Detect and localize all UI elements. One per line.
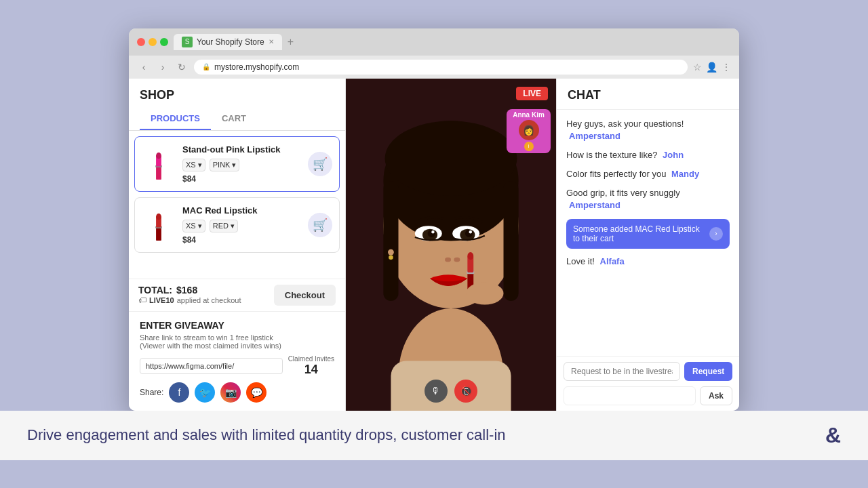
- product-options-2: XS ▾ RED ▾: [182, 220, 301, 232]
- svg-rect-13: [383, 180, 398, 300]
- svg-rect-14: [504, 180, 519, 300]
- products-list: Stand-out Pink Lipstick XS ▾ PINK ▾ $84 …: [129, 131, 345, 279]
- svg-point-32: [466, 282, 503, 304]
- claimed-number: 14: [304, 363, 318, 376]
- share-label: Share:: [140, 388, 163, 397]
- notification-arrow-icon: ›: [709, 227, 723, 241]
- giveaway-link-input[interactable]: [140, 358, 283, 374]
- color-select-1[interactable]: PINK ▾: [210, 159, 240, 171]
- add-to-cart-button-2[interactable]: 🛒: [308, 213, 332, 237]
- twitter-share-button[interactable]: 🐦: [195, 382, 215, 403]
- product-name-2: MAC Red Lipstick: [182, 205, 301, 216]
- forward-button[interactable]: ›: [156, 62, 170, 73]
- svg-point-31: [467, 252, 473, 260]
- back-button[interactable]: ‹: [137, 62, 151, 73]
- shop-tabs: PRODUCTS CART: [129, 108, 345, 131]
- total-left: TOTAL: $168 🏷 LIVE10 applied at checkout: [138, 285, 241, 305]
- host-card: Anna Kim 👩 i: [507, 109, 551, 153]
- share-row: Share: f 🐦 📷 💬: [140, 382, 334, 403]
- product-info-1: Stand-out Pink Lipstick XS ▾ PINK ▾ $84: [182, 144, 301, 184]
- svg-rect-0: [156, 166, 161, 180]
- notification-text: Someone added MAC Red Lipstick to their …: [573, 224, 705, 243]
- size-select-1[interactable]: XS ▾: [182, 159, 205, 171]
- shop-total-section: TOTAL: $168 🏷 LIVE10 applied at checkout…: [129, 279, 345, 311]
- bottom-bar: Drive engagement and sales with limited …: [0, 411, 868, 460]
- svg-point-15: [385, 121, 517, 196]
- host-indicator-icon: i: [524, 142, 534, 151]
- chat-message-3: Color fits perfectly for you Mandy: [566, 168, 730, 180]
- browser-actions: ☆ 👤 ⋮: [693, 62, 731, 73]
- profile-icon[interactable]: 👤: [706, 62, 717, 73]
- tab-products[interactable]: PRODUCTS: [140, 108, 211, 130]
- svg-point-7: [156, 214, 161, 220]
- address-bar-row: ‹ › ↻ 🔒 mystore.myshopify.com ☆ 👤 ⋮: [129, 56, 739, 79]
- svg-point-3: [156, 152, 161, 159]
- menu-icon[interactable]: ⋮: [722, 62, 731, 73]
- lock-icon: 🔒: [202, 63, 210, 70]
- tab-cart[interactable]: CART: [211, 108, 257, 130]
- size-select-2[interactable]: XS ▾: [182, 220, 205, 232]
- giveaway-link-row: Claimed Invites 14: [140, 355, 334, 377]
- new-tab-button[interactable]: +: [288, 36, 294, 48]
- svg-point-23: [465, 229, 473, 237]
- favicon-icon: S: [182, 37, 193, 47]
- bookmark-icon[interactable]: ☆: [693, 62, 702, 73]
- product-info-2: MAC Red Lipstick XS ▾ RED ▾ $84: [182, 205, 301, 245]
- chat-panel: CHAT Hey guys, ask your questions! Amper…: [556, 79, 739, 411]
- request-row: Request: [564, 362, 732, 381]
- tab-title: Your Shopify Store: [197, 37, 264, 47]
- svg-point-26: [445, 257, 451, 262]
- product-card-1: Stand-out Pink Lipstick XS ▾ PINK ▾ $84 …: [134, 136, 340, 192]
- add-to-cart-button-1[interactable]: 🛒: [308, 152, 332, 176]
- chat-messages: Hey guys, ask your questions! Amperstand…: [557, 110, 739, 356]
- color-select-2[interactable]: RED ▾: [210, 220, 238, 232]
- cart-notification: Someone added MAC Red Lipstick to their …: [566, 219, 730, 249]
- product-card-2: MAC Red Lipstick XS ▾ RED ▾ $84 🛒: [134, 197, 340, 253]
- ask-button[interactable]: Ask: [700, 386, 732, 405]
- address-bar[interactable]: 🔒 mystore.myshopify.com: [194, 60, 688, 75]
- host-name: Anna Kim: [513, 111, 545, 119]
- claimed-box: Claimed Invites 14: [288, 355, 334, 377]
- giveaway-section: ENTER GIVEAWAY Share link to stream to w…: [129, 311, 345, 411]
- instagram-share-button[interactable]: 📷: [220, 382, 241, 403]
- active-tab[interactable]: S Your Shopify Store ✕: [174, 34, 282, 50]
- product-options-1: XS ▾ PINK ▾: [182, 159, 301, 171]
- live-badge: LIVE: [516, 87, 548, 100]
- minimize-button[interactable]: [149, 38, 157, 46]
- shop-title: SHOP: [129, 79, 345, 102]
- video-controls: 🎙 📵: [425, 380, 477, 403]
- chat-input-area: Request Ask: [557, 356, 739, 411]
- total-label: TOTAL: $168: [138, 285, 241, 296]
- chat-message-2: How is the texture like? John: [566, 149, 730, 161]
- svg-point-22: [428, 229, 435, 237]
- product-image-1: [142, 144, 176, 184]
- checkout-button[interactable]: Checkout: [274, 285, 336, 306]
- ask-input[interactable]: [564, 386, 696, 405]
- end-call-button[interactable]: 📵: [454, 380, 477, 403]
- mic-button[interactable]: 🎙: [425, 380, 448, 403]
- tab-bar: S Your Shopify Store ✕ +: [129, 28, 739, 56]
- request-input[interactable]: [564, 362, 680, 381]
- chat-message-4: Good grip, it fits very snuggly Ampersta…: [566, 187, 730, 211]
- svg-point-25: [469, 230, 472, 232]
- product-price-1: $84: [182, 174, 301, 184]
- chat-title: CHAT: [557, 79, 739, 110]
- close-button[interactable]: [137, 38, 145, 46]
- footer-text: Drive engagement and sales with limited …: [27, 426, 506, 444]
- svg-point-27: [454, 257, 460, 262]
- maximize-button[interactable]: [160, 38, 168, 46]
- chat-message-5: Love it! Alfafa: [566, 256, 730, 268]
- svg-point-17: [389, 255, 393, 260]
- facebook-share-button[interactable]: f: [169, 382, 189, 403]
- claimed-label: Claimed Invites: [288, 355, 334, 363]
- ask-row: Ask: [564, 386, 732, 405]
- logo-mark: &: [825, 423, 841, 448]
- browser-window: S Your Shopify Store ✕ + ‹ › ↻ 🔒 mystore…: [129, 28, 739, 411]
- product-price-2: $84: [182, 235, 301, 245]
- giveaway-desc: Share link to stream to win 1 free lipst…: [140, 333, 334, 350]
- coupon-row: 🏷 LIVE10 applied at checkout: [138, 296, 241, 305]
- other-share-button[interactable]: 💬: [246, 382, 267, 403]
- refresh-button[interactable]: ↻: [175, 62, 189, 73]
- request-button[interactable]: Request: [684, 362, 732, 381]
- tab-close-icon[interactable]: ✕: [269, 38, 274, 45]
